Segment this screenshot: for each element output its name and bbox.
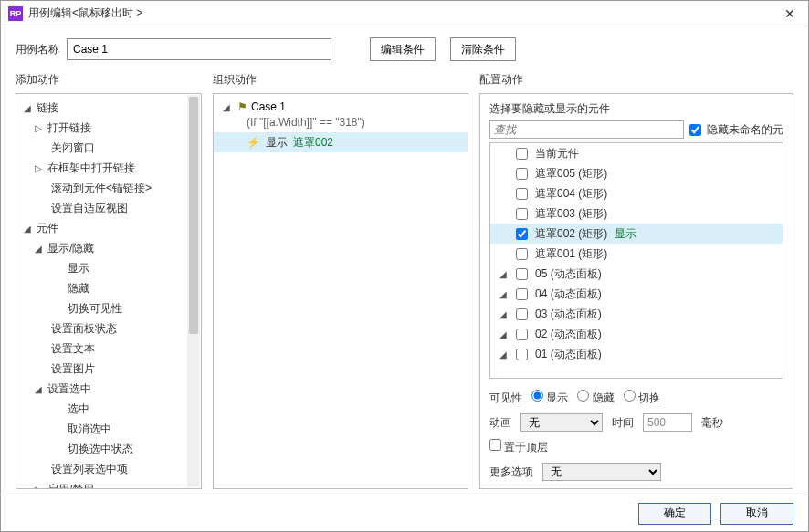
edit-condition-button[interactable]: 编辑条件 bbox=[370, 37, 436, 61]
widget-name: 02 (动态面板) bbox=[535, 327, 602, 342]
widget-row[interactable]: ◢04 (动态面板) bbox=[490, 284, 783, 304]
case-name-label: Case 1 bbox=[251, 100, 286, 113]
collapse-arrow-icon: ◢ bbox=[22, 224, 33, 234]
tree-node-show[interactable]: 显示 bbox=[16, 258, 201, 278]
expand-arrow-icon: ▷ bbox=[33, 485, 44, 490]
tree-node-set-list-selected[interactable]: 设置列表选中项 bbox=[16, 459, 201, 479]
widget-row[interactable]: 当前元件 bbox=[490, 143, 783, 163]
collapse-arrow-icon: ◢ bbox=[221, 102, 232, 112]
tree-node-enable-disable[interactable]: ▷启用/禁用 bbox=[16, 479, 201, 489]
hide-unnamed-label: 隐藏未命名的元 bbox=[707, 122, 783, 138]
hide-unnamed-checkbox[interactable] bbox=[689, 124, 701, 136]
tree-node-show-hide[interactable]: ◢显示/隐藏 bbox=[16, 238, 201, 258]
radio-show[interactable]: 显示 bbox=[531, 390, 568, 406]
collapse-arrow-icon: ◢ bbox=[33, 244, 44, 254]
tree-node-open-link[interactable]: ▷打开链接 bbox=[16, 118, 201, 138]
tree-node-toggle-selected[interactable]: 切换选中状态 bbox=[16, 439, 201, 459]
tree-node-open-in-frame[interactable]: ▷在框架中打开链接 bbox=[16, 158, 201, 178]
action-target: 遮罩002 bbox=[293, 135, 333, 151]
widget-name: 遮罩004 (矩形) bbox=[535, 186, 607, 202]
tree-node-unselected[interactable]: 取消选中 bbox=[16, 419, 201, 439]
bring-to-front-checkbox[interactable]: 置于顶层 bbox=[489, 439, 548, 455]
config-box: 选择要隐藏或显示的元件 隐藏未命名的元 当前元件遮罩005 (矩形)遮罩004 … bbox=[479, 93, 793, 489]
tree-node-set-panel-state[interactable]: 设置面板状态 bbox=[16, 318, 201, 339]
widget-name: 05 (动态面板) bbox=[535, 266, 602, 282]
widget-name: 当前元件 bbox=[535, 146, 579, 162]
widget-checkbox[interactable] bbox=[516, 148, 528, 160]
widget-name: 遮罩001 (矩形) bbox=[535, 246, 607, 262]
case-icon: ⚑ bbox=[237, 100, 247, 113]
action-word: 显示 bbox=[266, 135, 288, 151]
tree-node-link[interactable]: ◢链接 bbox=[16, 98, 201, 118]
more-options-select[interactable]: 无 bbox=[542, 463, 661, 481]
widget-row[interactable]: 遮罩001 (矩形) bbox=[490, 244, 783, 264]
widget-checkbox[interactable] bbox=[516, 288, 528, 300]
tree-node-set-text[interactable]: 设置文本 bbox=[16, 339, 201, 359]
widget-checkbox[interactable] bbox=[516, 349, 528, 360]
widget-checkbox[interactable] bbox=[516, 208, 528, 220]
cancel-button[interactable]: 取消 bbox=[720, 503, 793, 525]
config-action-title: 配置动作 bbox=[479, 72, 793, 93]
collapse-arrow-icon: ◢ bbox=[33, 384, 44, 394]
case-name-row: 用例名称 编辑条件 清除条件 bbox=[1, 26, 808, 72]
widget-name: 遮罩002 (矩形) bbox=[535, 226, 607, 242]
collapse-arrow-icon: ◢ bbox=[498, 289, 509, 299]
widget-name: 01 (动态面板) bbox=[535, 347, 602, 362]
widget-row[interactable]: 遮罩003 (矩形) bbox=[490, 203, 783, 224]
widget-name: 03 (动态面板) bbox=[535, 307, 602, 322]
time-input[interactable] bbox=[643, 413, 692, 432]
case-action-row[interactable]: ⚡ 显示 遮罩002 bbox=[214, 132, 468, 152]
collapse-arrow-icon: ◢ bbox=[498, 349, 509, 360]
collapse-arrow-icon: ◢ bbox=[498, 329, 509, 339]
case-condition: (If "[[a.Width]]" == "318") bbox=[214, 116, 468, 132]
close-icon[interactable]: ✕ bbox=[772, 1, 808, 26]
scrollbar-thumb[interactable] bbox=[189, 97, 198, 334]
radio-toggle[interactable]: 切换 bbox=[624, 390, 660, 406]
widget-row[interactable]: 遮罩005 (矩形) bbox=[490, 163, 783, 183]
tree-node-set-image[interactable]: 设置图片 bbox=[16, 359, 201, 379]
widget-row[interactable]: ◢02 (动态面板) bbox=[490, 324, 783, 344]
tree-node-close-window[interactable]: 关闭窗口 bbox=[16, 138, 201, 158]
widget-search-input[interactable] bbox=[489, 120, 684, 139]
more-options-label: 更多选项 bbox=[489, 464, 533, 480]
tree-node-toggle-vis[interactable]: 切换可见性 bbox=[16, 298, 201, 318]
widget-checkbox[interactable] bbox=[516, 188, 528, 200]
widget-checkbox[interactable] bbox=[516, 168, 528, 180]
tree-node-selected[interactable]: 选中 bbox=[16, 399, 201, 419]
widget-name: 04 (动态面板) bbox=[535, 287, 602, 302]
action-tree-box: ◢链接 ▷打开链接 关闭窗口 ▷在框架中打开链接 滚动到元件<锚链接> 设置自适… bbox=[16, 93, 202, 489]
tree-node-hide[interactable]: 隐藏 bbox=[16, 278, 201, 298]
tree-node-scroll-to[interactable]: 滚动到元件<锚链接> bbox=[16, 178, 201, 198]
widget-checkbox[interactable] bbox=[516, 268, 528, 280]
clear-condition-button[interactable]: 清除条件 bbox=[450, 37, 516, 61]
add-action-title: 添加动作 bbox=[16, 72, 202, 93]
time-label: 时间 bbox=[612, 415, 634, 431]
collapse-arrow-icon: ◢ bbox=[22, 103, 33, 113]
ok-button[interactable]: 确定 bbox=[638, 503, 711, 525]
tree-node-widget[interactable]: ◢元件 bbox=[16, 218, 201, 238]
widget-row[interactable]: 遮罩002 (矩形)显示 bbox=[490, 224, 783, 244]
widget-row[interactable]: ◢03 (动态面板) bbox=[490, 304, 783, 324]
widget-checkbox[interactable] bbox=[516, 248, 528, 260]
collapse-arrow-icon: ◢ bbox=[498, 309, 509, 319]
tree-node-set-adaptive[interactable]: 设置自适应视图 bbox=[16, 198, 201, 218]
lightning-icon: ⚡ bbox=[247, 136, 260, 149]
radio-hide[interactable]: 隐藏 bbox=[577, 390, 614, 406]
expand-arrow-icon: ▷ bbox=[33, 163, 44, 173]
case-node[interactable]: ◢ ⚑ Case 1 bbox=[214, 98, 468, 116]
collapse-arrow-icon: ◢ bbox=[498, 269, 509, 279]
widget-row[interactable]: 遮罩004 (矩形) bbox=[490, 183, 783, 203]
widget-row[interactable]: ◢01 (动态面板) bbox=[490, 344, 783, 364]
widget-checkbox[interactable] bbox=[516, 308, 528, 320]
widget-name: 遮罩003 (矩形) bbox=[535, 206, 607, 222]
widget-checkbox[interactable] bbox=[516, 329, 528, 340]
window-title: 用例编辑<鼠标移出时 > bbox=[28, 5, 772, 21]
scrollbar-track[interactable] bbox=[187, 95, 200, 487]
tree-node-set-selected[interactable]: ◢设置选中 bbox=[16, 379, 201, 399]
widget-checkbox[interactable] bbox=[516, 228, 528, 240]
case-name-input[interactable] bbox=[67, 38, 331, 60]
dialog-buttons: 确定 取消 bbox=[1, 495, 808, 531]
case-name-label: 用例名称 bbox=[16, 42, 59, 57]
animation-select[interactable]: 无 bbox=[520, 413, 603, 432]
widget-row[interactable]: ◢05 (动态面板) bbox=[490, 264, 783, 284]
